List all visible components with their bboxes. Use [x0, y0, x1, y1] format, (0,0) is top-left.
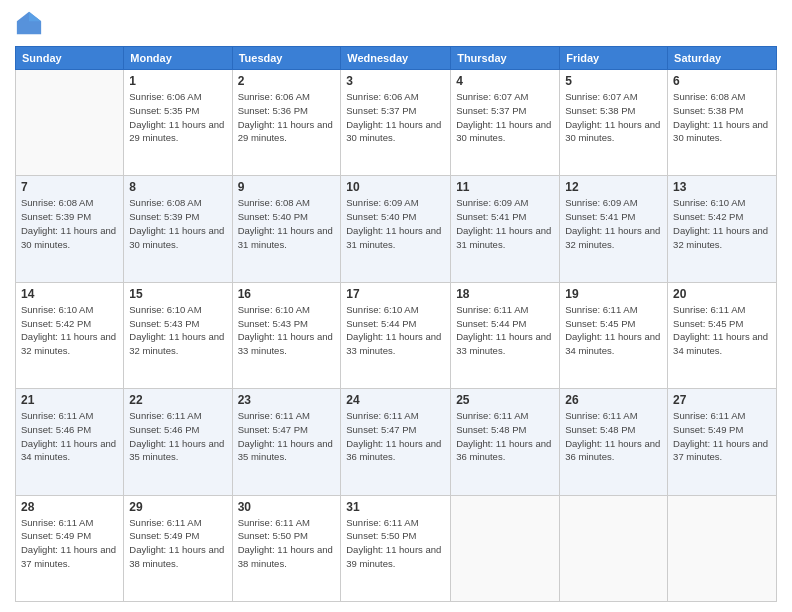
day-number: 31: [346, 500, 445, 514]
day-info: Sunrise: 6:11 AMSunset: 5:46 PMDaylight:…: [129, 409, 226, 464]
calendar-header-sunday: Sunday: [16, 47, 124, 70]
day-number: 25: [456, 393, 554, 407]
calendar-day-cell: 5Sunrise: 6:07 AMSunset: 5:38 PMDaylight…: [560, 70, 668, 176]
calendar-week-row: 21Sunrise: 6:11 AMSunset: 5:46 PMDayligh…: [16, 389, 777, 495]
calendar-table: SundayMondayTuesdayWednesdayThursdayFrid…: [15, 46, 777, 602]
calendar-header-row: SundayMondayTuesdayWednesdayThursdayFrid…: [16, 47, 777, 70]
calendar-day-cell: 19Sunrise: 6:11 AMSunset: 5:45 PMDayligh…: [560, 282, 668, 388]
calendar-week-row: 7Sunrise: 6:08 AMSunset: 5:39 PMDaylight…: [16, 176, 777, 282]
calendar-day-cell: 18Sunrise: 6:11 AMSunset: 5:44 PMDayligh…: [451, 282, 560, 388]
day-info: Sunrise: 6:10 AMSunset: 5:43 PMDaylight:…: [129, 303, 226, 358]
calendar-day-cell: 20Sunrise: 6:11 AMSunset: 5:45 PMDayligh…: [668, 282, 777, 388]
day-info: Sunrise: 6:10 AMSunset: 5:42 PMDaylight:…: [21, 303, 118, 358]
logo-icon: [15, 10, 43, 38]
calendar-day-cell: 8Sunrise: 6:08 AMSunset: 5:39 PMDaylight…: [124, 176, 232, 282]
calendar-day-cell: 26Sunrise: 6:11 AMSunset: 5:48 PMDayligh…: [560, 389, 668, 495]
calendar-header-thursday: Thursday: [451, 47, 560, 70]
day-info: Sunrise: 6:10 AMSunset: 5:44 PMDaylight:…: [346, 303, 445, 358]
calendar-day-cell: 29Sunrise: 6:11 AMSunset: 5:49 PMDayligh…: [124, 495, 232, 601]
calendar-day-cell: 6Sunrise: 6:08 AMSunset: 5:38 PMDaylight…: [668, 70, 777, 176]
calendar-day-cell: 17Sunrise: 6:10 AMSunset: 5:44 PMDayligh…: [341, 282, 451, 388]
day-info: Sunrise: 6:06 AMSunset: 5:35 PMDaylight:…: [129, 90, 226, 145]
calendar-day-cell: 4Sunrise: 6:07 AMSunset: 5:37 PMDaylight…: [451, 70, 560, 176]
day-number: 10: [346, 180, 445, 194]
calendar-day-cell: 13Sunrise: 6:10 AMSunset: 5:42 PMDayligh…: [668, 176, 777, 282]
day-number: 21: [21, 393, 118, 407]
calendar-day-cell: 3Sunrise: 6:06 AMSunset: 5:37 PMDaylight…: [341, 70, 451, 176]
day-number: 26: [565, 393, 662, 407]
calendar-day-cell: 23Sunrise: 6:11 AMSunset: 5:47 PMDayligh…: [232, 389, 341, 495]
calendar-header-monday: Monday: [124, 47, 232, 70]
calendar-header-tuesday: Tuesday: [232, 47, 341, 70]
calendar-day-cell: 15Sunrise: 6:10 AMSunset: 5:43 PMDayligh…: [124, 282, 232, 388]
day-number: 17: [346, 287, 445, 301]
day-info: Sunrise: 6:06 AMSunset: 5:37 PMDaylight:…: [346, 90, 445, 145]
day-number: 15: [129, 287, 226, 301]
calendar-day-cell: 10Sunrise: 6:09 AMSunset: 5:40 PMDayligh…: [341, 176, 451, 282]
day-info: Sunrise: 6:08 AMSunset: 5:40 PMDaylight:…: [238, 196, 336, 251]
day-info: Sunrise: 6:07 AMSunset: 5:38 PMDaylight:…: [565, 90, 662, 145]
calendar-week-row: 1Sunrise: 6:06 AMSunset: 5:35 PMDaylight…: [16, 70, 777, 176]
day-number: 9: [238, 180, 336, 194]
day-number: 12: [565, 180, 662, 194]
day-number: 3: [346, 74, 445, 88]
day-info: Sunrise: 6:11 AMSunset: 5:49 PMDaylight:…: [129, 516, 226, 571]
day-info: Sunrise: 6:11 AMSunset: 5:49 PMDaylight:…: [673, 409, 771, 464]
calendar-day-cell: 2Sunrise: 6:06 AMSunset: 5:36 PMDaylight…: [232, 70, 341, 176]
day-number: 22: [129, 393, 226, 407]
day-info: Sunrise: 6:09 AMSunset: 5:41 PMDaylight:…: [565, 196, 662, 251]
calendar-day-cell: 7Sunrise: 6:08 AMSunset: 5:39 PMDaylight…: [16, 176, 124, 282]
day-number: 14: [21, 287, 118, 301]
day-info: Sunrise: 6:10 AMSunset: 5:42 PMDaylight:…: [673, 196, 771, 251]
day-number: 2: [238, 74, 336, 88]
day-info: Sunrise: 6:11 AMSunset: 5:48 PMDaylight:…: [456, 409, 554, 464]
day-number: 8: [129, 180, 226, 194]
day-number: 1: [129, 74, 226, 88]
day-info: Sunrise: 6:11 AMSunset: 5:50 PMDaylight:…: [238, 516, 336, 571]
calendar-day-cell: 1Sunrise: 6:06 AMSunset: 5:35 PMDaylight…: [124, 70, 232, 176]
day-info: Sunrise: 6:09 AMSunset: 5:40 PMDaylight:…: [346, 196, 445, 251]
day-number: 11: [456, 180, 554, 194]
calendar-day-cell: 24Sunrise: 6:11 AMSunset: 5:47 PMDayligh…: [341, 389, 451, 495]
day-info: Sunrise: 6:11 AMSunset: 5:44 PMDaylight:…: [456, 303, 554, 358]
page: SundayMondayTuesdayWednesdayThursdayFrid…: [0, 0, 792, 612]
day-info: Sunrise: 6:11 AMSunset: 5:49 PMDaylight:…: [21, 516, 118, 571]
day-info: Sunrise: 6:11 AMSunset: 5:45 PMDaylight:…: [565, 303, 662, 358]
calendar-day-cell: [668, 495, 777, 601]
calendar-day-cell: 22Sunrise: 6:11 AMSunset: 5:46 PMDayligh…: [124, 389, 232, 495]
day-number: 13: [673, 180, 771, 194]
calendar-day-cell: [451, 495, 560, 601]
logo: [15, 10, 47, 38]
calendar-day-cell: 12Sunrise: 6:09 AMSunset: 5:41 PMDayligh…: [560, 176, 668, 282]
calendar-day-cell: 28Sunrise: 6:11 AMSunset: 5:49 PMDayligh…: [16, 495, 124, 601]
day-number: 24: [346, 393, 445, 407]
day-number: 18: [456, 287, 554, 301]
day-info: Sunrise: 6:11 AMSunset: 5:50 PMDaylight:…: [346, 516, 445, 571]
calendar-header-saturday: Saturday: [668, 47, 777, 70]
day-number: 30: [238, 500, 336, 514]
day-number: 28: [21, 500, 118, 514]
svg-marker-1: [29, 12, 41, 21]
day-number: 4: [456, 74, 554, 88]
day-info: Sunrise: 6:11 AMSunset: 5:47 PMDaylight:…: [346, 409, 445, 464]
day-number: 19: [565, 287, 662, 301]
day-info: Sunrise: 6:11 AMSunset: 5:47 PMDaylight:…: [238, 409, 336, 464]
day-info: Sunrise: 6:08 AMSunset: 5:39 PMDaylight:…: [21, 196, 118, 251]
day-info: Sunrise: 6:08 AMSunset: 5:38 PMDaylight:…: [673, 90, 771, 145]
calendar-day-cell: [560, 495, 668, 601]
calendar-day-cell: [16, 70, 124, 176]
day-number: 5: [565, 74, 662, 88]
calendar-day-cell: 16Sunrise: 6:10 AMSunset: 5:43 PMDayligh…: [232, 282, 341, 388]
calendar-day-cell: 30Sunrise: 6:11 AMSunset: 5:50 PMDayligh…: [232, 495, 341, 601]
calendar-day-cell: 31Sunrise: 6:11 AMSunset: 5:50 PMDayligh…: [341, 495, 451, 601]
calendar-day-cell: 11Sunrise: 6:09 AMSunset: 5:41 PMDayligh…: [451, 176, 560, 282]
day-number: 7: [21, 180, 118, 194]
day-info: Sunrise: 6:11 AMSunset: 5:45 PMDaylight:…: [673, 303, 771, 358]
day-number: 23: [238, 393, 336, 407]
calendar-day-cell: 27Sunrise: 6:11 AMSunset: 5:49 PMDayligh…: [668, 389, 777, 495]
calendar-day-cell: 9Sunrise: 6:08 AMSunset: 5:40 PMDaylight…: [232, 176, 341, 282]
calendar-day-cell: 25Sunrise: 6:11 AMSunset: 5:48 PMDayligh…: [451, 389, 560, 495]
day-info: Sunrise: 6:11 AMSunset: 5:48 PMDaylight:…: [565, 409, 662, 464]
header: [15, 10, 777, 38]
day-info: Sunrise: 6:08 AMSunset: 5:39 PMDaylight:…: [129, 196, 226, 251]
